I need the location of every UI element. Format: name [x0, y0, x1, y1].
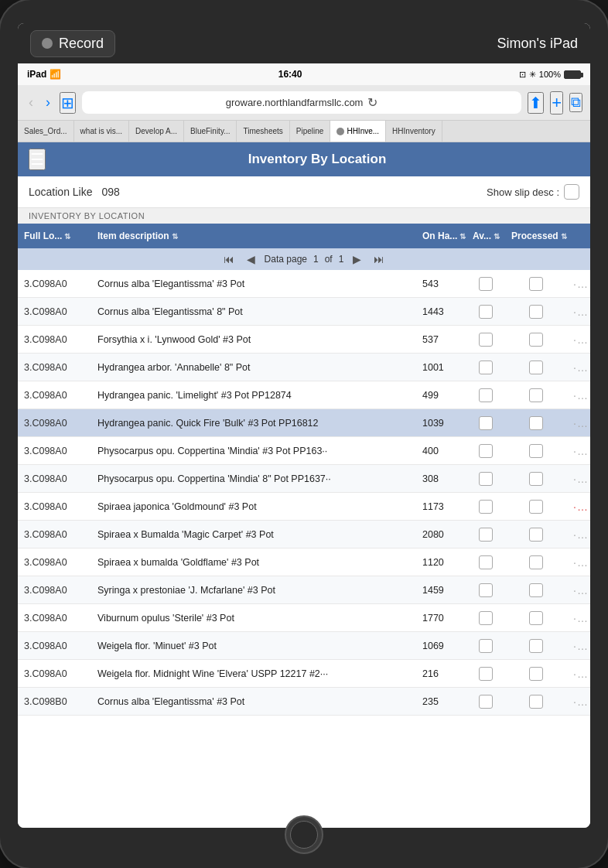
table-row[interactable]: 3.C098A0 Physocarpus opu. Coppertina 'Mi… — [18, 437, 590, 465]
table-row[interactable]: 3.C098A0 Syringa x prestoniae 'J. Mcfarl… — [18, 576, 590, 604]
cell-av[interactable] — [466, 690, 505, 713]
table-row[interactable]: 3.C098A0 Weigela flor. Midnight Wine 'El… — [18, 660, 590, 688]
proc-checkbox[interactable] — [529, 277, 543, 291]
cell-av[interactable] — [466, 634, 505, 658]
cell-actions[interactable]: ··· — [567, 635, 590, 657]
table-row[interactable]: 3.C098A0 Viburnum opulus 'Sterile' #3 Po… — [18, 604, 590, 632]
proc-checkbox[interactable] — [529, 528, 543, 542]
cell-processed[interactable] — [505, 412, 567, 435]
proc-checkbox[interactable] — [529, 695, 543, 709]
cell-processed[interactable] — [505, 662, 567, 685]
proc-checkbox[interactable] — [529, 361, 543, 374]
table-row[interactable]: 3.C098A0 Physocarpus opu. Coppertina 'Mi… — [18, 465, 590, 493]
cell-actions[interactable]: ··· — [567, 412, 590, 434]
cell-processed[interactable] — [505, 634, 567, 658]
cell-processed[interactable] — [505, 356, 567, 379]
cell-processed[interactable] — [505, 439, 567, 463]
av-checkbox[interactable] — [479, 555, 493, 569]
cell-actions[interactable]: ··· — [567, 579, 590, 601]
av-checkbox[interactable] — [479, 416, 493, 430]
col-header-av[interactable]: Av... ⇅ — [466, 231, 505, 241]
cell-actions[interactable]: ··· — [567, 384, 590, 406]
cell-processed[interactable] — [505, 495, 567, 518]
cell-actions[interactable]: ··· — [567, 524, 590, 545]
av-checkbox[interactable] — [479, 277, 493, 291]
table-row[interactable]: 3.C098A0 Hydrangea panic. 'Limelight' #3… — [18, 381, 590, 409]
cell-av[interactable] — [466, 579, 505, 602]
av-checkbox[interactable] — [479, 528, 493, 542]
tab-bluefinity[interactable]: BlueFinity... — [184, 121, 237, 142]
url-bar[interactable]: groware.northlandfarmsllc.com ↻ — [82, 91, 521, 114]
cell-actions[interactable]: ··· — [567, 663, 590, 685]
cell-actions[interactable]: ··· — [567, 552, 590, 573]
cell-actions[interactable]: ··· — [567, 496, 590, 518]
add-tab-button[interactable]: + — [550, 91, 563, 114]
col-header-location[interactable]: Full Lo... ⇅ — [18, 231, 91, 241]
av-checkbox[interactable] — [479, 472, 493, 486]
table-row[interactable]: 3.C098A0 Hydrangea panic. Quick Fire 'Bu… — [18, 409, 590, 437]
proc-checkbox[interactable] — [529, 416, 543, 430]
col-header-processed[interactable]: Processed ⇅ — [505, 231, 567, 241]
cell-processed[interactable] — [505, 607, 567, 630]
tab-pipeline[interactable]: Pipeline — [290, 121, 331, 142]
tab-sales-ord[interactable]: Sales_Ord... — [18, 121, 74, 142]
cell-av[interactable] — [466, 356, 505, 379]
table-row[interactable]: 3.C098A0 Hydrangea arbor. 'Annabelle' 8"… — [18, 354, 590, 381]
proc-checkbox[interactable] — [529, 611, 543, 625]
cell-actions[interactable]: ··· — [567, 440, 590, 462]
tab-hhinventory[interactable]: HHInventory — [386, 121, 442, 142]
cell-processed[interactable] — [505, 690, 567, 713]
first-page-button[interactable]: ⏮ — [220, 253, 237, 265]
back-button[interactable]: ‹ — [26, 93, 36, 112]
cell-av[interactable] — [466, 523, 505, 546]
cell-av[interactable] — [466, 272, 505, 296]
av-checkbox[interactable] — [479, 583, 493, 597]
av-checkbox[interactable] — [479, 667, 493, 681]
cell-processed[interactable] — [505, 300, 567, 323]
home-button[interactable] — [285, 815, 323, 854]
cell-processed[interactable] — [505, 467, 567, 490]
menu-button[interactable]: ☰ — [29, 149, 46, 170]
table-row[interactable]: 3.C098A0 Spiraea x bumalda 'Goldflame' #… — [18, 548, 590, 576]
table-row[interactable]: 3.C098A0 Cornus alba 'Elegantissma' #3 P… — [18, 270, 590, 298]
av-checkbox[interactable] — [479, 695, 493, 709]
cell-av[interactable] — [466, 412, 505, 435]
cell-processed[interactable] — [505, 579, 567, 602]
av-checkbox[interactable] — [479, 500, 493, 514]
cell-processed[interactable] — [505, 272, 567, 296]
proc-checkbox[interactable] — [529, 639, 543, 653]
proc-checkbox[interactable] — [529, 472, 543, 486]
av-checkbox[interactable] — [479, 444, 493, 458]
proc-checkbox[interactable] — [529, 388, 543, 402]
cell-av[interactable] — [466, 551, 505, 574]
show-slip-checkbox[interactable] — [564, 184, 579, 200]
record-button[interactable]: Record — [30, 30, 115, 57]
cell-actions[interactable]: ··· — [567, 468, 590, 490]
table-row[interactable]: 3.C098A0 Spiraea x Bumalda 'Magic Carpet… — [18, 521, 590, 548]
av-checkbox[interactable] — [479, 388, 493, 402]
proc-checkbox[interactable] — [529, 583, 543, 597]
tab-hhinve[interactable]: HHInve... — [330, 121, 386, 142]
cell-actions[interactable]: ··· — [567, 357, 590, 378]
cell-actions[interactable]: ··· — [567, 301, 590, 323]
cell-av[interactable] — [466, 495, 505, 518]
cell-av[interactable] — [466, 439, 505, 463]
av-checkbox[interactable] — [479, 305, 493, 319]
proc-checkbox[interactable] — [529, 333, 543, 347]
table-row[interactable]: 3.C098A0 Forsythia x i. 'Lynwood Gold' #… — [18, 326, 590, 354]
forward-button[interactable]: › — [43, 93, 53, 112]
av-checkbox[interactable] — [479, 333, 493, 347]
cell-av[interactable] — [466, 662, 505, 685]
tab-what-is-vis[interactable]: what is vis... — [74, 121, 129, 142]
cell-actions[interactable]: ··· — [567, 607, 590, 629]
tabs-button[interactable]: ⧉ — [569, 93, 582, 112]
cell-processed[interactable] — [505, 523, 567, 546]
share-button[interactable]: ⬆ — [528, 92, 544, 114]
cell-av[interactable] — [466, 467, 505, 490]
col-header-description[interactable]: Item description ⇅ — [91, 231, 416, 241]
cell-processed[interactable] — [505, 384, 567, 407]
table-row[interactable]: 3.C098B0 Cornus alba 'Elegantissma' #3 P… — [18, 688, 590, 716]
cell-processed[interactable] — [505, 551, 567, 574]
next-page-button[interactable]: ▶ — [350, 253, 364, 265]
cell-actions[interactable]: ··· — [567, 691, 590, 713]
